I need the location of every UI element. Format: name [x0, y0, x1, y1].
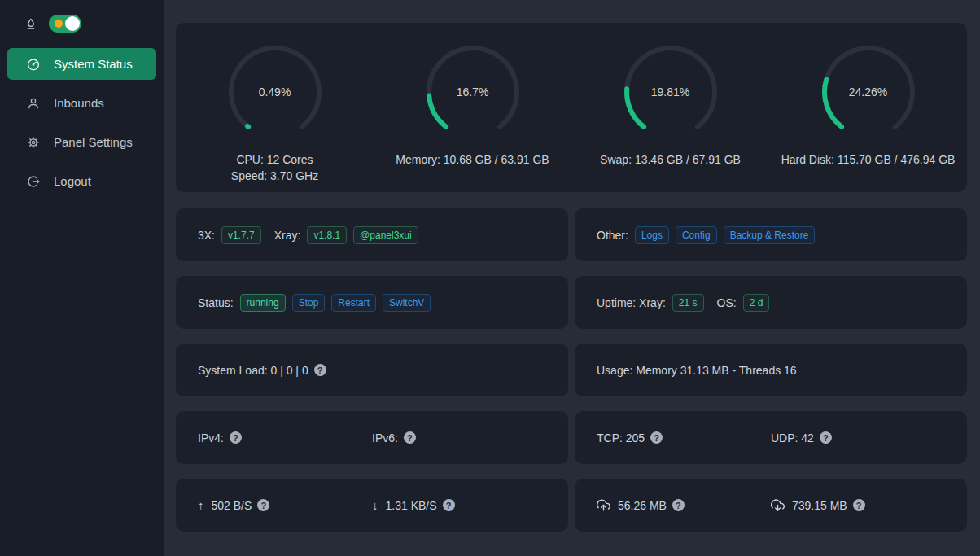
other-label: Other:: [597, 229, 628, 242]
upload-arrow-icon: ↑: [198, 498, 204, 512]
user-icon: [26, 96, 41, 111]
disk-label: Hard Disk: 115.70 GB / 476.94 GB: [781, 151, 956, 168]
ipv6-question-icon[interactable]: ?: [404, 431, 416, 444]
udp-question-icon[interactable]: ?: [820, 431, 832, 444]
udp-count: UDP: 42: [771, 431, 814, 444]
system-load-text: System Load: 0 | 0 | 0: [198, 364, 308, 377]
cloud-download-icon: [771, 498, 785, 512]
sidebar: System Status Inbounds: [0, 0, 164, 556]
swap-label: Swap: 13.46 GB / 67.91 GB: [600, 151, 741, 168]
ipv6-label: IPv6:: [372, 431, 398, 444]
cpu-speed-label: Speed: 3.70 GHz: [231, 168, 318, 184]
gear-icon: [26, 135, 41, 150]
backup-restore-button[interactable]: Backup & Restore: [724, 226, 816, 244]
system-load-card: System Load: 0 | 0 | 0 ?: [176, 344, 568, 396]
os-label: OS:: [717, 296, 737, 309]
cpu-gauge: 0.49% CPU: 12 Cores Speed: 3.70 GHz: [176, 43, 374, 192]
logout-icon: [26, 174, 41, 189]
os-uptime-tag: 2 d: [743, 294, 770, 312]
sun-icon: [55, 20, 63, 28]
theme-fill-icon: [24, 17, 37, 30]
theme-row: [0, 10, 164, 37]
ip-card: IPv4: ? IPv6: ?: [176, 411, 568, 464]
sidebar-menu: System Status Inbounds: [0, 48, 164, 197]
switch-version-button[interactable]: SwitchV: [383, 294, 431, 312]
running-badge: running: [240, 294, 286, 312]
cloud-upload-icon: [597, 498, 610, 512]
resource-gauges-card: 0.49% CPU: 12 Cores Speed: 3.70 GHz 16.7…: [176, 23, 967, 192]
versions-card: 3X: v1.7.7 Xray: v1.8.1 @panel3xui: [176, 208, 568, 261]
xray-uptime-tag: 21 s: [672, 294, 704, 312]
download-speed: 1.31 KB/S: [386, 499, 437, 512]
usage-card: Usage: Memory 31.13 MB - Threads 16: [575, 344, 967, 396]
sidebar-item-system-status[interactable]: System Status: [7, 48, 156, 80]
telegram-tag[interactable]: @panel3xui: [353, 226, 418, 244]
memory-gauge: 16.7% Memory: 10.68 GB / 63.91 GB: [374, 43, 571, 192]
uptime-xray-label: Uptime: Xray:: [597, 296, 666, 309]
total-upload: 56.26 MB: [618, 499, 667, 512]
stop-button[interactable]: Stop: [292, 294, 326, 312]
status-label: Status:: [198, 296, 234, 309]
uptime-card: Uptime: Xray: 21 s OS: 2 d: [575, 276, 967, 329]
download-speed-question-icon[interactable]: ?: [443, 499, 455, 511]
tcp-question-icon[interactable]: ?: [650, 431, 663, 444]
dark-mode-toggle[interactable]: [49, 15, 81, 33]
sidebar-item-label: Inbounds: [54, 96, 104, 110]
sidebar-item-label: Logout: [54, 174, 91, 188]
usage-text: Usage: Memory 31.13 MB - Threads 16: [597, 364, 797, 377]
toggle-knob: [65, 16, 80, 31]
sidebar-item-label: System Status: [54, 57, 133, 71]
other-card: Other: Logs Config Backup & Restore: [575, 208, 967, 261]
memory-label: Memory: 10.68 GB / 63.91 GB: [396, 151, 549, 168]
ipv4-label: IPv4:: [198, 431, 224, 444]
restart-button[interactable]: Restart: [331, 294, 376, 312]
sidebar-item-inbounds[interactable]: Inbounds: [7, 87, 156, 119]
memory-percent: 16.7%: [424, 43, 522, 141]
traffic-card: 56.26 MB ? 739.15 MB ?: [575, 479, 967, 532]
swap-percent: 19.81%: [622, 43, 720, 141]
ipv4-question-icon[interactable]: ?: [230, 431, 242, 444]
status-card: Status: running Stop Restart SwitchV: [176, 276, 568, 329]
speed-card: ↑ 502 B/S ? ↓ 1.31 KB/S ?: [176, 479, 568, 532]
total-upload-question-icon[interactable]: ?: [672, 499, 685, 511]
config-button[interactable]: Config: [676, 226, 717, 244]
3x-label: 3X:: [198, 229, 215, 242]
main-content: 0.49% CPU: 12 Cores Speed: 3.70 GHz 16.7…: [164, 0, 980, 556]
cpu-percent: 0.49%: [226, 43, 324, 141]
download-arrow-icon: ↓: [372, 498, 378, 512]
disk-gauge: 24.26% Hard Disk: 115.70 GB / 476.94 GB: [769, 43, 967, 192]
swap-gauge: 19.81% Swap: 13.46 GB / 67.91 GB: [571, 43, 769, 192]
sidebar-item-logout[interactable]: Logout: [7, 165, 156, 197]
gauge-icon: [26, 57, 41, 72]
xray-label: Xray:: [274, 229, 301, 242]
sidebar-item-panel-settings[interactable]: Panel Settings: [7, 126, 156, 158]
disk-percent: 24.26%: [820, 43, 917, 141]
cpu-label: CPU: 12 Cores: [231, 151, 318, 168]
upload-speed: 502 B/S: [212, 499, 252, 512]
total-download: 739.15 MB: [792, 499, 847, 512]
upload-speed-question-icon[interactable]: ?: [257, 499, 269, 511]
logs-button[interactable]: Logs: [635, 226, 669, 244]
system-load-question-icon[interactable]: ?: [314, 364, 326, 376]
3x-version-tag: v1.7.7: [221, 226, 261, 244]
sidebar-item-label: Panel Settings: [54, 135, 133, 149]
tcp-count: TCP: 205: [597, 431, 645, 444]
connections-card: TCP: 205 ? UDP: 42 ?: [575, 411, 967, 464]
xray-version-tag: v1.8.1: [307, 226, 347, 244]
total-download-question-icon[interactable]: ?: [853, 499, 865, 511]
